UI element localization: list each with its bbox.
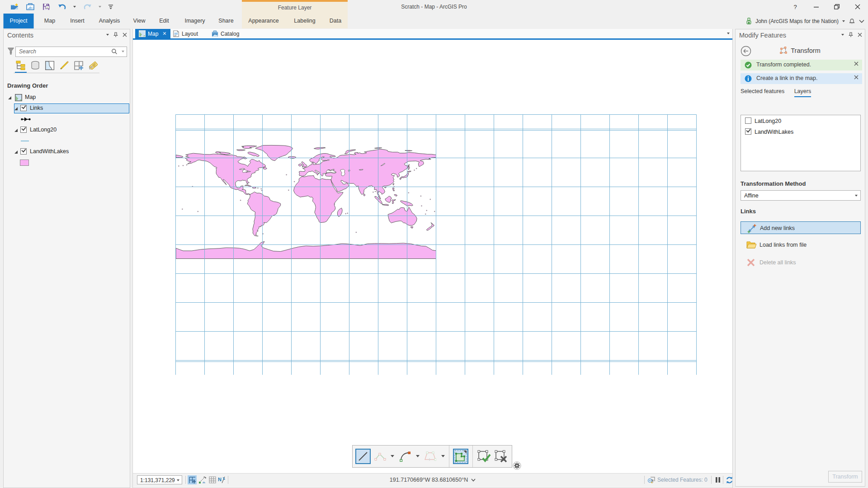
shape-tool-button[interactable] — [422, 449, 438, 464]
ribbon-tab-map[interactable]: Map — [38, 14, 61, 28]
search-options-caret[interactable] — [122, 51, 124, 52]
view-tab-catalog[interactable]: Catalog — [208, 29, 243, 38]
list-by-editing-icon[interactable] — [58, 60, 70, 71]
link-symbol[interactable] — [21, 117, 31, 122]
listbox-row-latlong[interactable]: LatLong20 — [741, 117, 860, 126]
collapse-ribbon-chevron-icon[interactable] — [859, 19, 864, 23]
snap-mode-icon[interactable] — [198, 475, 207, 484]
links-visibility-checkbox[interactable] — [20, 105, 27, 111]
expander-icon[interactable] — [14, 107, 18, 111]
editing-options-gear-icon[interactable] — [513, 461, 521, 470]
load-links-button[interactable]: Load links from file — [741, 239, 861, 251]
undo-icon[interactable] — [57, 1, 67, 12]
open-project-icon[interactable] — [25, 1, 36, 12]
expander-icon[interactable] — [14, 150, 18, 154]
tab-selected-features[interactable]: Selected features — [741, 88, 784, 96]
ribbon-tab-edit[interactable]: Edit — [153, 14, 175, 28]
latlong-visibility-checkbox[interactable] — [20, 127, 27, 133]
minimize-button[interactable] — [806, 0, 826, 14]
tree-latlong-label[interactable]: LatLong20 — [30, 127, 57, 133]
arc-tool-caret[interactable] — [416, 455, 420, 457]
info-message-close-icon[interactable] — [854, 75, 859, 80]
zoom-to-selection-icon[interactable] — [647, 475, 656, 484]
contents-pane-close-icon[interactable] — [123, 33, 127, 37]
tree-row-landwithlakes[interactable]: LandWithLakes — [4, 146, 130, 157]
cancel-edit-button[interactable] — [494, 449, 509, 464]
save-project-icon[interactable] — [41, 1, 52, 12]
expander-icon[interactable] — [8, 96, 12, 100]
qat-customize-icon[interactable] — [107, 1, 114, 12]
ribbon-tab-data[interactable]: Data — [323, 14, 348, 28]
list-by-selection-icon[interactable] — [44, 60, 56, 71]
ribbon-tab-share[interactable]: Share — [212, 14, 240, 28]
tree-land-label[interactable]: LandWithLakes — [30, 148, 69, 155]
success-message-close-icon[interactable] — [854, 61, 859, 66]
scale-combobox[interactable]: 1:131,371,229 — [137, 475, 182, 484]
close-button[interactable] — [847, 0, 868, 14]
tree-row-latlong[interactable]: LatLong20 — [4, 125, 130, 136]
list-by-labeling-icon[interactable] — [87, 60, 99, 71]
finish-edit-button[interactable] — [476, 449, 492, 464]
ribbon-tab-view[interactable]: View — [127, 14, 152, 28]
arc-tool-button[interactable] — [397, 449, 413, 464]
tree-row-map[interactable]: Map — [4, 92, 130, 103]
tree-links-label[interactable]: Links — [30, 105, 43, 111]
ribbon-tab-labeling[interactable]: Labeling — [288, 14, 321, 28]
coordinates-caret-icon[interactable] — [471, 479, 476, 482]
ribbon-tab-insert[interactable]: Insert — [64, 14, 90, 28]
redo-dropdown-caret[interactable] — [98, 1, 102, 12]
land-visibility-checkbox[interactable] — [20, 148, 27, 155]
tab-layers[interactable]: Layers — [794, 88, 811, 97]
view-tab-map[interactable]: Map ✕ — [135, 29, 170, 38]
tree-row-links[interactable]: Links — [4, 103, 130, 114]
list-by-snapping-icon[interactable] — [73, 60, 85, 71]
view-tabs-overflow-caret[interactable] — [727, 33, 730, 34]
pause-drawing-icon[interactable] — [713, 475, 722, 484]
latlong-transform-checkbox[interactable] — [745, 117, 751, 124]
land-transform-checkbox[interactable] — [745, 128, 751, 135]
help-button[interactable]: ? — [785, 0, 806, 14]
contents-pane-pin-icon[interactable] — [113, 32, 118, 38]
search-input[interactable]: Search — [15, 47, 127, 57]
modify-pane-close-icon[interactable] — [858, 33, 862, 37]
contents-pane-menu-caret[interactable] — [106, 34, 109, 36]
refresh-icon[interactable] — [725, 475, 734, 484]
undo-dropdown-caret[interactable] — [72, 1, 77, 12]
listbox-row-land[interactable]: LandWithLakes — [741, 127, 860, 137]
list-by-drawing-order-icon[interactable] — [15, 60, 27, 71]
coordinates-value[interactable]: 191.7170669°W 83.6810650°N — [390, 477, 468, 483]
modify-pane-menu-caret[interactable] — [841, 34, 844, 36]
ribbon-tab-imagery[interactable]: Imagery — [178, 14, 211, 28]
ribbon-tab-analysis[interactable]: Analysis — [93, 14, 127, 28]
list-by-data-source-icon[interactable] — [29, 60, 41, 71]
snapping-toggle-icon[interactable] — [188, 475, 197, 484]
navigation-sound-icon[interactable]: N — [217, 475, 226, 484]
transformation-method-combobox[interactable]: Affine — [741, 190, 861, 201]
new-project-icon[interactable] — [9, 1, 20, 12]
transform-apply-button[interactable]: Transform — [828, 471, 862, 483]
polygon-symbol[interactable] — [20, 160, 29, 166]
signed-in-user[interactable]: John (ArcGIS Maps for the Nation) — [755, 18, 839, 24]
map-canvas[interactable] — [133, 40, 732, 473]
add-new-links-button[interactable]: Add new links — [741, 221, 861, 234]
line-symbol[interactable] — [21, 140, 29, 142]
redo-icon[interactable] — [82, 1, 93, 12]
trace-tool-button[interactable] — [373, 449, 388, 464]
line-tool-button[interactable] — [355, 449, 371, 464]
restore-button[interactable] — [826, 0, 847, 14]
view-tab-layout[interactable]: Layout — [169, 29, 202, 38]
notifications-bell-icon[interactable] — [849, 18, 855, 25]
search-icon[interactable] — [111, 48, 118, 55]
view-tab-close-icon[interactable]: ✕ — [162, 31, 166, 37]
ribbon-tab-project[interactable]: Project — [4, 14, 34, 28]
ribbon-tab-appearance[interactable]: Appearance — [242, 14, 285, 28]
expander-icon[interactable] — [14, 128, 18, 132]
selected-features-count[interactable]: Selected Features: 0 — [657, 474, 708, 486]
shape-tool-caret[interactable] — [441, 455, 445, 457]
modify-pane-pin-icon[interactable] — [849, 32, 853, 38]
autocomplete-polygon-button[interactable] — [453, 449, 468, 464]
tree-map-label[interactable]: Map — [25, 94, 36, 100]
grid-toggle-icon[interactable] — [208, 475, 217, 484]
trace-tool-caret[interactable] — [391, 455, 394, 457]
user-dropdown-caret[interactable] — [842, 20, 845, 22]
